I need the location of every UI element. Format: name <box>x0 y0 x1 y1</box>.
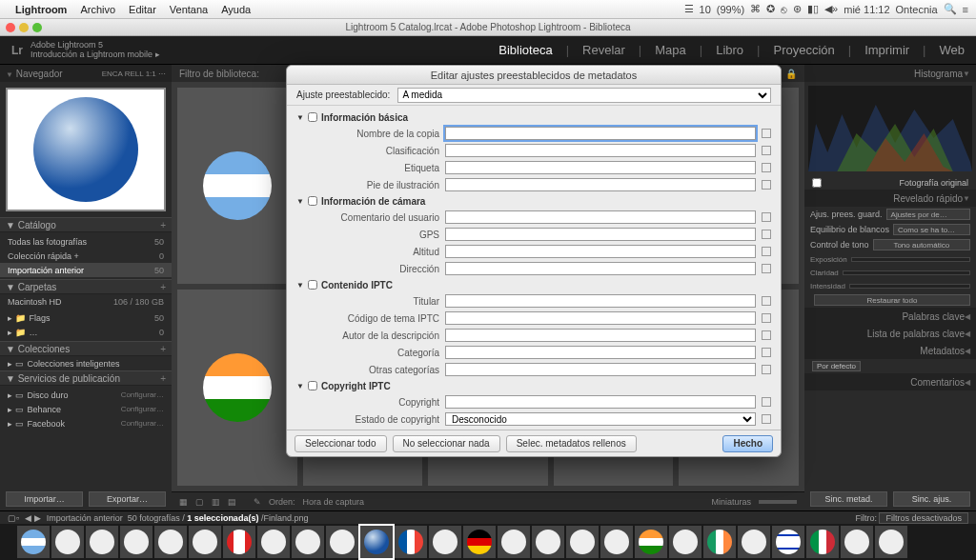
status-volume-icon[interactable]: ◀» <box>824 3 838 15</box>
metadata-group-header[interactable]: ▼Contenido IPTC <box>287 277 781 292</box>
metadata-input[interactable] <box>445 127 756 140</box>
navigator-preview[interactable] <box>6 88 166 211</box>
module-libro[interactable]: Libro <box>716 43 743 57</box>
sync-metadata-button[interactable]: Sinc. metad. <box>810 491 887 507</box>
sort-value[interactable]: Hora de captura <box>303 497 365 507</box>
view-loupe-icon[interactable]: ▢ <box>195 497 204 507</box>
close-button[interactable] <box>6 23 15 32</box>
preset-select[interactable]: A medida <box>397 88 771 103</box>
notification-center-icon[interactable]: ≡ <box>963 4 968 15</box>
metadata-group-header[interactable]: ▼Copyright IPTC <box>287 378 781 393</box>
filmstrip-thumb[interactable] <box>292 526 324 558</box>
minimize-button[interactable] <box>19 23 29 32</box>
filmstrip-thumb[interactable] <box>635 526 667 558</box>
module-mapa[interactable]: Mapa <box>655 43 686 57</box>
filmstrip-thumb[interactable] <box>703 526 736 558</box>
metadata-input[interactable] <box>445 346 756 359</box>
navegador-header[interactable]: ▼ Navegador ENCA RELL 1:1 ⋯ <box>0 65 172 82</box>
keyword-list-header[interactable]: Lista de palabras clave ◀ <box>804 325 976 342</box>
service-row[interactable]: ▸ ▭Disco duroConfigurar… <box>0 388 172 402</box>
field-checkbox[interactable] <box>762 180 771 190</box>
import-button[interactable]: Importar… <box>6 491 83 507</box>
metadata-group-header[interactable]: ▼Información básica <box>287 110 781 125</box>
metadata-input[interactable] <box>445 329 756 342</box>
catalogo-header[interactable]: ▼ Catálogo+ <box>0 217 172 232</box>
menu-ventana[interactable]: Ventana <box>170 4 208 15</box>
filmstrip-thumb[interactable] <box>566 526 599 558</box>
status-icon[interactable]: ⌘ <box>750 3 761 15</box>
done-button[interactable]: Hecho <box>722 435 773 452</box>
keywords-header[interactable]: Palabras clave ◀ <box>804 308 976 325</box>
original-photo-toggle[interactable]: Fotografía original <box>804 175 976 190</box>
monitor-icon[interactable]: ▢▫ <box>8 513 19 523</box>
filmstrip-thumb[interactable] <box>600 526 633 558</box>
module-imprimir[interactable]: Imprimir <box>864 43 909 57</box>
filmstrip-thumb[interactable] <box>17 526 50 558</box>
filmstrip-thumb[interactable] <box>772 526 804 558</box>
metadata-header[interactable]: Metadatos ◀ <box>804 342 976 359</box>
filmstrip-thumb[interactable] <box>223 526 255 558</box>
catalog-row[interactable]: Importación anterior50 <box>0 263 172 277</box>
select-none-button[interactable]: No seleccionar nada <box>393 435 500 452</box>
lr-subtitle2[interactable]: Introducción a Lightroom mobile ▸ <box>30 50 160 60</box>
filmstrip-thumb[interactable] <box>86 526 118 558</box>
nav-modes[interactable]: ENCA RELL 1:1 ⋯ <box>102 70 166 78</box>
filmstrip-thumb[interactable] <box>326 526 358 558</box>
nav-arrows[interactable]: ◀ ▶ <box>25 513 41 523</box>
catalog-row[interactable]: Colección rápida +0 <box>0 249 172 263</box>
field-checkbox[interactable] <box>762 330 771 340</box>
export-button[interactable]: Exportar… <box>89 491 166 507</box>
status-icon[interactable]: ✪ <box>766 3 775 15</box>
menu-app[interactable]: Lightroom <box>15 4 67 15</box>
lock-icon[interactable]: 🔒 <box>785 69 797 79</box>
filmstrip-thumb[interactable] <box>395 526 427 558</box>
field-checkbox[interactable] <box>762 313 771 323</box>
field-checkbox[interactable] <box>762 264 771 273</box>
histogram[interactable] <box>808 86 972 171</box>
copyright-status-select[interactable]: Desconocido <box>445 412 756 426</box>
filmstrip-thumb[interactable] <box>51 526 84 558</box>
module-biblioteca[interactable]: Biblioteca <box>498 43 552 57</box>
metadata-input[interactable] <box>445 262 756 275</box>
service-row[interactable]: ▸ ▭FacebookConfigurar… <box>0 416 172 430</box>
metadata-input[interactable] <box>445 228 756 241</box>
catalog-row[interactable]: Todas las fotografías50 <box>0 234 172 249</box>
field-checkbox[interactable] <box>762 414 771 424</box>
grid-cell[interactable] <box>177 88 297 284</box>
menubar-user[interactable]: Ontecnia <box>896 4 938 15</box>
filmstrip[interactable] <box>0 524 976 560</box>
status-icon[interactable]: ☰ <box>684 3 694 15</box>
module-web[interactable]: Web <box>940 43 966 57</box>
metadata-input[interactable] <box>445 161 756 174</box>
metadata-input[interactable] <box>445 178 756 191</box>
menu-editar[interactable]: Editar <box>129 4 156 15</box>
quick-develop-header[interactable]: Revelado rápido ▼ <box>804 190 976 207</box>
folder-row[interactable]: ▸ 📁…0 <box>0 325 172 339</box>
wb-select[interactable]: Como se ha to… <box>893 224 970 235</box>
field-checkbox[interactable] <box>762 163 771 172</box>
filmstrip-thumb[interactable] <box>120 526 152 558</box>
metadata-input[interactable] <box>445 245 756 258</box>
filmstrip-thumb[interactable] <box>875 526 907 558</box>
field-checkbox[interactable] <box>762 365 771 374</box>
strip-filter-select[interactable]: Filtros desactivados <box>879 512 968 524</box>
field-checkbox[interactable] <box>762 129 771 138</box>
select-all-button[interactable]: Seleccionar todo <box>295 435 387 452</box>
servicios-header[interactable]: ▼ Servicios de publicación+ <box>0 370 172 386</box>
collection-row[interactable]: ▸ ▭Colecciones inteligentes <box>0 356 172 370</box>
field-checkbox[interactable] <box>762 397 771 407</box>
metadata-preset[interactable]: Por defecto <box>812 361 861 371</box>
module-proyeccion[interactable]: Proyección <box>773 43 834 57</box>
field-checkbox[interactable] <box>762 146 771 155</box>
filmstrip-thumb[interactable] <box>189 526 221 558</box>
metadata-input[interactable] <box>445 363 756 376</box>
zoom-button[interactable] <box>32 23 42 32</box>
status-battery-icon[interactable]: ▮▯ <box>807 3 819 15</box>
auto-tone-button[interactable]: Tono automático <box>873 239 970 250</box>
metadata-input[interactable] <box>445 144 756 157</box>
filmstrip-thumb[interactable] <box>669 526 702 558</box>
metadata-input[interactable] <box>445 210 756 224</box>
folder-row[interactable]: ▸ 📁Flags50 <box>0 310 172 325</box>
vibrance-stepper[interactable] <box>849 284 970 289</box>
filmstrip-thumb[interactable] <box>498 526 530 558</box>
